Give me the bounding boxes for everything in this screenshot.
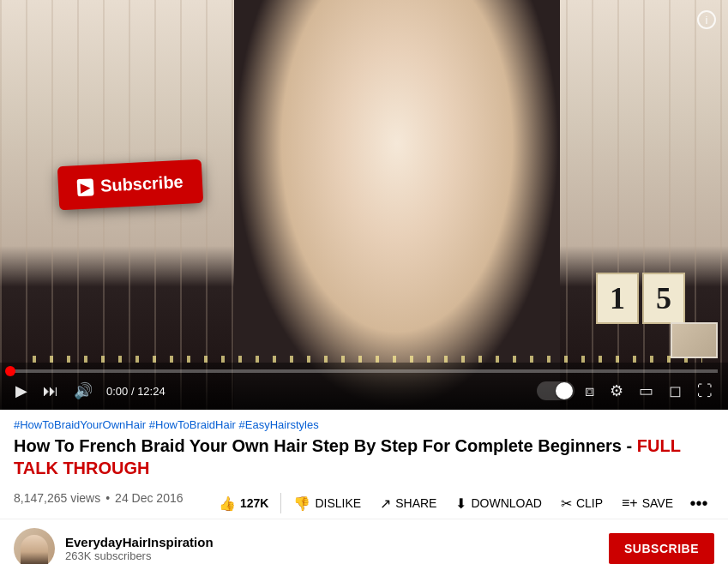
video-title: How To French Braid Your Own Hair Step B… [14,435,714,479]
upload-date: 24 Dec 2016 [115,491,183,505]
numbers-decoration: 1 5 [596,273,685,324]
fullscreen-button[interactable]: ⛶ [692,379,718,404]
view-count: 8,147,265 views [14,491,100,505]
volume-button[interactable]: 🔊 [69,378,98,404]
time-display: 0:00 / 12:24 [106,385,165,398]
share-button[interactable]: ↗ SHARE [371,490,445,517]
play-button[interactable]: ▶ [10,378,33,404]
save-label: SAVE [642,496,673,510]
download-icon: ⬇ [455,495,466,512]
download-label: DOWNLOAD [471,496,541,510]
mini-preview [671,322,718,358]
dislike-button[interactable]: 👎 DISLIKE [285,490,370,517]
dot-separator: • [105,491,110,505]
dislike-label: DISLIKE [315,496,361,510]
number-2: 5 [642,273,685,324]
subscribe-box-text: Subscribe [99,172,184,196]
fairy-lights [26,356,702,363]
action-buttons: 👍 127K 👎 DISLIKE ↗ SHARE ⬇ DOWNLOAD ✂ [210,488,714,519]
thumbs-down-icon: 👎 [293,495,310,512]
channel-row: EverydayHairInspiration 263K subscribers… [0,519,728,564]
progress-dot [5,366,15,376]
channel-name[interactable]: EverydayHairInspiration [65,535,609,549]
clip-icon: ✂ [561,495,572,512]
channel-info: EverydayHairInspiration 263K subscribers [65,535,609,562]
toggle-knob [556,382,573,399]
theater-button[interactable]: ◻ [664,378,687,404]
share-label: SHARE [395,496,436,510]
controls-bar: ▶ ⏭ 🔊 0:00 / 12:24 ⧈ ⚙ ▭ ◻ ⛶ [0,363,728,410]
save-button[interactable]: ≡+ SAVE [613,490,682,516]
share-icon: ↗ [380,495,391,512]
controls-buttons: ▶ ⏭ 🔊 0:00 / 12:24 ⧈ ⚙ ▭ ◻ ⛶ [10,375,718,407]
info-icon[interactable]: i [697,10,716,29]
channel-avatar[interactable] [14,528,55,564]
video-meta: 8,147,265 views • 24 Dec 2016 [14,491,184,505]
like-button[interactable]: 👍 127K [210,490,277,517]
video-info: #HowToBraidYourOwnHair #HowToBraidHair #… [0,410,728,519]
subscribe-button[interactable]: SUBSCRIBE [609,533,714,564]
thumbs-up-icon: 👍 [219,495,236,512]
clip-label: CLIP [576,496,603,510]
meta-actions-row: 8,147,265 views • 24 Dec 2016 👍 127K 👎 D… [14,488,714,519]
autoplay-toggle[interactable] [537,381,575,400]
like-count: 127K [240,496,268,510]
video-person [234,0,560,410]
like-divider [280,493,281,513]
hashtags[interactable]: #HowToBraidYourOwnHair #HowToBraidHair #… [14,418,714,431]
download-button[interactable]: ⬇ DOWNLOAD [447,490,550,517]
clip-button[interactable]: ✂ CLIP [552,490,611,517]
subscribe-decoration: Subscribe [57,159,203,211]
title-text: How To French Braid Your Own Hair Step B… [14,436,637,455]
next-button[interactable]: ⏭ [38,379,63,404]
mini-preview-image [672,324,716,357]
miniplayer-button[interactable]: ▭ [634,378,659,404]
video-player[interactable]: Subscribe 1 5 i ▶ ⏭ 🔊 0:00 / 12:24 ⧈ [0,0,728,410]
settings-button[interactable]: ⚙ [605,378,629,404]
avatar-figure [21,535,48,564]
more-button[interactable]: ••• [683,488,714,519]
channel-subscribers: 263K subscribers [65,549,609,562]
save-icon: ≡+ [622,495,638,511]
subtitles-button[interactable]: ⧈ [580,379,599,404]
number-1: 1 [596,273,639,324]
ellipsis-icon: ••• [690,494,708,513]
progress-bar[interactable] [10,369,718,373]
